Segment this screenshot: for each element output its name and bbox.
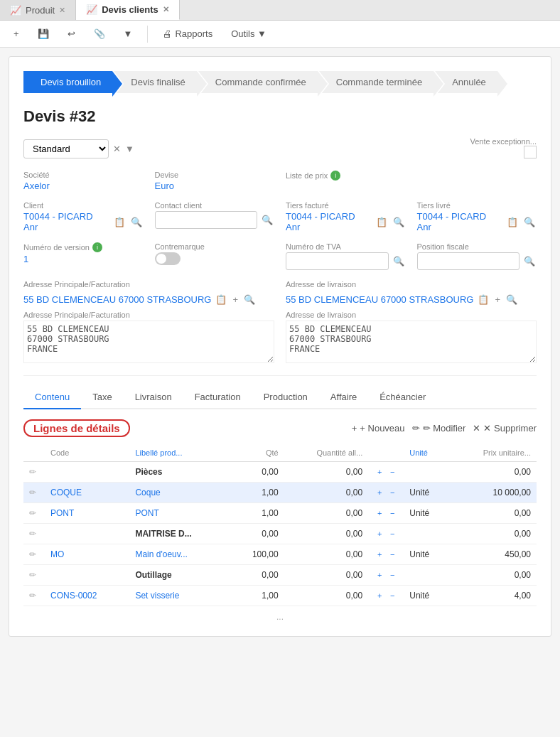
qty-minus-btn[interactable]: − — [387, 590, 398, 601]
tab-produit[interactable]: 📈 Produit ✕ — [0, 0, 76, 20]
contremarque-toggle[interactable] — [155, 252, 181, 265]
save-button[interactable]: 💾 — [31, 25, 55, 43]
supprimer-button[interactable]: ✕ ✕ Supprimer — [473, 423, 537, 434]
numero-tva-input[interactable] — [286, 252, 389, 270]
libelle-value[interactable]: Coque — [135, 488, 160, 497]
vente-checkbox[interactable] — [524, 146, 537, 158]
adresse-facturation-textarea[interactable]: 55 BD CLEMENCEAU 67000 STRASBOURG FRANCE — [23, 321, 274, 363]
position-fiscale-label: Position fiscale — [417, 242, 537, 251]
adresse-livraison-copy-btn[interactable]: 📋 — [476, 293, 490, 306]
client-field: Client T0044 - PICARD Anr 📋 🔍 — [23, 201, 144, 232]
standard-clear-icon[interactable]: ✕ — [113, 144, 121, 154]
row-unite-cell — [404, 462, 450, 483]
edit-icon[interactable]: ✏ — [29, 488, 36, 497]
qty-plus-btn[interactable]: + — [374, 569, 385, 581]
adresse-facturation-copy-btn[interactable]: 📋 — [214, 293, 228, 306]
libelle-value[interactable]: Pièces — [135, 467, 162, 477]
tab-production[interactable]: Production — [252, 386, 319, 409]
edit-icon[interactable]: ✏ — [29, 570, 36, 580]
numero-tva-with-icon: 🔍 — [286, 252, 406, 270]
row-qte-allouee-cell: 0,00 — [284, 524, 369, 544]
adresse-facturation-value[interactable]: 55 BD CLEMENCEAU 67000 STRASBOURG — [23, 294, 211, 305]
qty-minus-btn[interactable]: − — [387, 487, 398, 498]
client-copy-btn[interactable]: 📋 — [112, 215, 126, 229]
tiers-livre-value[interactable]: T0044 - PICARD Anr — [417, 211, 503, 232]
adresse-facturation-add-btn[interactable]: + — [231, 293, 239, 306]
qty-minus-btn[interactable]: − — [387, 507, 398, 519]
position-fiscale-input[interactable] — [417, 252, 520, 270]
tab-affaire[interactable]: Affaire — [319, 386, 368, 409]
workflow-step-devis-brouillon[interactable]: Devis brouillon — [23, 71, 112, 93]
tiers-livre-copy-btn[interactable]: 📋 — [505, 215, 519, 229]
numero-tva-search-btn[interactable]: 🔍 — [392, 254, 406, 268]
qty-plus-btn[interactable]: + — [374, 507, 385, 519]
tiers-facture-copy-btn[interactable]: 📋 — [375, 215, 389, 229]
client-value[interactable]: T0044 - PICARD Anr — [23, 211, 109, 232]
edit-icon[interactable]: ✏ — [29, 467, 36, 477]
edit-icon[interactable]: ✏ — [29, 591, 36, 601]
client-search-btn[interactable]: 🔍 — [129, 215, 144, 229]
code-value[interactable]: COQUE — [50, 488, 82, 497]
qty-plus-btn[interactable]: + — [374, 590, 385, 601]
supprimer-label: ✕ Supprimer — [483, 423, 537, 434]
workflow-step-commande-confirmee[interactable]: Commande confirmée — [198, 71, 318, 93]
code-value[interactable]: PONT — [50, 508, 74, 518]
edit-icon[interactable]: ✏ — [29, 508, 36, 518]
workflow-step-commande-terminee[interactable]: Commande terminée — [319, 71, 434, 93]
adresse-facturation-search-btn[interactable]: 🔍 — [242, 293, 257, 306]
tab-taxe[interactable]: Taxe — [81, 386, 123, 409]
code-value[interactable]: MO — [50, 549, 64, 559]
clip-arrow-button[interactable]: ▼ — [117, 25, 139, 43]
workflow-step-annulee[interactable]: Annulée — [435, 71, 497, 93]
tab-facturation[interactable]: Facturation — [183, 386, 252, 409]
devise-value[interactable]: Euro — [155, 181, 275, 191]
adresse-facturation-label: Adresse Principale/Facturation — [23, 280, 130, 289]
libelle-value[interactable]: MAITRISE D... — [135, 529, 191, 539]
adresse-livraison-textarea[interactable]: 55 BD CLEMENCEAU 67000 STRASBOURG FRANCE — [286, 321, 537, 363]
tiers-facture-value[interactable]: T0044 - PICARD Anr — [286, 211, 372, 232]
tab-livraison[interactable]: Livraison — [124, 386, 183, 409]
clip-button[interactable]: 📎 — [87, 25, 112, 43]
tiers-livre-search-btn[interactable]: 🔍 — [522, 215, 537, 229]
tab-devis-clients[interactable]: 📈 Devis clients ✕ — [76, 0, 180, 20]
adresse-livraison-value[interactable]: 55 BD CLEMENCEAU 67000 STRASBOURG — [286, 294, 473, 305]
tiers-facture-search-btn[interactable]: 🔍 — [392, 215, 406, 229]
qty-plus-btn[interactable]: + — [374, 549, 385, 560]
undo-button[interactable]: ↩ — [61, 25, 82, 43]
adresse-livraison-search-btn[interactable]: 🔍 — [505, 293, 519, 306]
qty-plus-btn[interactable]: + — [374, 528, 385, 539]
libelle-value[interactable]: Outillage — [135, 570, 171, 580]
edit-icon[interactable]: ✏ — [29, 529, 36, 539]
workflow-step-devis-finalise[interactable]: Devis finalisé — [114, 71, 197, 93]
outils-button[interactable]: Outils ▼ — [225, 25, 273, 43]
rapports-button[interactable]: 🖨 Rapports — [156, 25, 219, 43]
libelle-value[interactable]: PONT — [135, 508, 158, 518]
produit-tab-close[interactable]: ✕ — [59, 6, 65, 15]
position-fiscale-search-btn[interactable]: 🔍 — [522, 254, 537, 268]
tab-echeancier[interactable]: Échéancier — [368, 386, 437, 409]
contact-input[interactable] — [155, 211, 258, 229]
tab-contenu[interactable]: Contenu — [23, 386, 81, 409]
societe-value[interactable]: Axelor — [23, 181, 144, 191]
libelle-value[interactable]: Main d'oeuv... — [135, 549, 187, 559]
edit-icon[interactable]: ✏ — [29, 549, 36, 559]
modifier-button[interactable]: ✏ ✏ Modifier — [412, 423, 466, 434]
qty-minus-btn[interactable]: − — [387, 569, 398, 581]
adresse-livraison-add-btn[interactable]: + — [493, 293, 502, 306]
contact-search-btn[interactable]: 🔍 — [260, 213, 274, 227]
qty-minus-btn[interactable]: − — [387, 528, 398, 539]
nouveau-button[interactable]: + + Nouveau — [352, 423, 405, 434]
numero-version-value[interactable]: 1 — [23, 254, 144, 264]
standard-select[interactable]: Standard — [23, 139, 109, 158]
adresse-livraison-header: Adresse de livraison — [286, 280, 537, 290]
qty-plus-btn[interactable]: + — [374, 466, 385, 478]
add-button[interactable]: + — [7, 25, 26, 43]
qty-minus-btn[interactable]: − — [387, 466, 398, 478]
devis-clients-tab-close[interactable]: ✕ — [163, 5, 169, 14]
row-code-cell: PONT — [45, 503, 129, 524]
standard-arrow-icon[interactable]: ▼ — [125, 144, 134, 154]
code-value[interactable]: CONS-0002 — [50, 591, 97, 601]
qty-plus-btn[interactable]: + — [374, 487, 385, 498]
libelle-value[interactable]: Set visserie — [135, 591, 179, 601]
qty-minus-btn[interactable]: − — [387, 549, 398, 560]
